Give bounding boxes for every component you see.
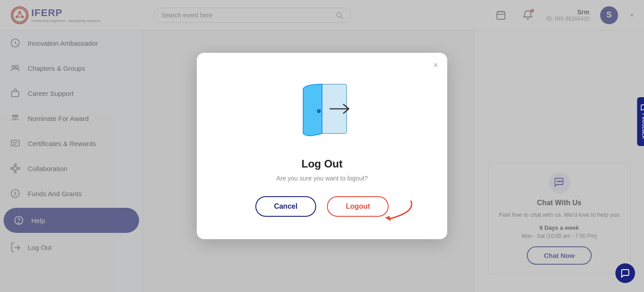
svg-point-38 [317,109,321,113]
feedback-label: Feedback [641,113,644,139]
modal-description: Are you sure you want to logout? [276,175,368,182]
logout-modal: × Log Out Are you sure you want to logou… [197,53,447,239]
svg-marker-40 [385,216,391,221]
modal-title: Log Out [301,158,343,170]
cancel-button[interactable]: Cancel [255,196,316,217]
logout-door-icon [282,75,362,147]
feedback-tab[interactable]: Feedback [637,97,644,146]
modal-buttons: Cancel Logout [255,196,389,217]
modal-close-button[interactable]: × [433,60,438,70]
logout-button[interactable]: Logout [327,196,389,217]
float-chat-button[interactable] [615,263,635,283]
